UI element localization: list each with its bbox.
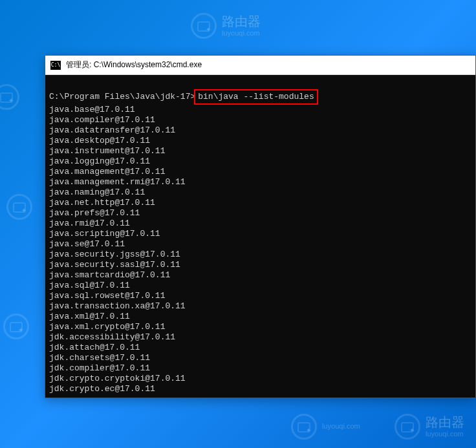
watermark: 路由器 luyouqi.com (191, 13, 261, 39)
output-line: java.scripting@17.0.11 (49, 229, 471, 239)
title-bar[interactable]: C:\ 管理员: C:\Windows\system32\cmd.exe (45, 56, 475, 75)
output-line: java.management.rmi@17.0.11 (49, 177, 471, 187)
watermark-text-cn: 路由器 (426, 414, 464, 430)
cmd-icon: C:\ (50, 61, 61, 70)
output-line: java.management@17.0.11 (49, 167, 471, 177)
output-line: java.xml.crypto@17.0.11 (49, 322, 471, 332)
watermark-text-en: luyouqi.com (322, 422, 360, 431)
terminal-output: java.base@17.0.11java.compiler@17.0.11ja… (49, 105, 471, 394)
output-line: java.net.http@17.0.11 (49, 198, 471, 208)
output-line: java.logging@17.0.11 (49, 156, 471, 167)
output-line: jdk.crypto.cryptoki@17.0.11 (49, 374, 471, 384)
output-line: java.sql@17.0.11 (49, 281, 471, 291)
output-line: jdk.compiler@17.0.11 (49, 363, 471, 374)
output-line: jdk.attach@17.0.11 (49, 343, 471, 353)
command-prompt-line: C:\Program Files\Java\jdk-17>bin\java --… (49, 89, 471, 105)
watermark (3, 314, 29, 339)
output-line: jdk.charsets@17.0.11 (49, 353, 471, 363)
output-line: java.transaction.xa@17.0.11 (49, 301, 471, 312)
router-icon (0, 84, 19, 110)
router-icon (395, 414, 420, 440)
watermark: 路由器 luyouqi.com (395, 414, 464, 440)
window-title: 管理员: C:\Windows\system32\cmd.exe (66, 59, 202, 70)
output-line: java.security.jgss@17.0.11 (49, 250, 471, 260)
output-line: java.desktop@17.0.11 (49, 136, 471, 146)
router-icon (6, 194, 32, 220)
output-line: java.security.sasl@17.0.11 (49, 260, 471, 270)
output-line: java.smartcardio@17.0.11 (49, 270, 471, 281)
output-line: java.naming@17.0.11 (49, 187, 471, 198)
output-line: java.se@17.0.11 (49, 239, 471, 250)
router-icon (291, 414, 317, 440)
command-text: bin\java --list-modules (198, 92, 314, 101)
output-line: java.rmi@17.0.11 (49, 219, 471, 229)
output-line: jdk.crypto.ec@17.0.11 (49, 384, 471, 394)
cmd-window[interactable]: C:\ 管理员: C:\Windows\system32\cmd.exe C:\… (45, 55, 476, 398)
watermark-text-en: luyouqi.com (222, 29, 261, 37)
watermark (0, 84, 19, 110)
watermark (6, 194, 32, 220)
output-line: java.sql.rowset@17.0.11 (49, 291, 471, 301)
watermark: luyouqi.com (291, 414, 360, 440)
output-line: java.prefs@17.0.11 (49, 208, 471, 219)
watermark-text-en: luyouqi.com (426, 430, 464, 438)
output-line: java.datatransfer@17.0.11 (49, 125, 471, 136)
command-highlight: bin\java --list-modules (194, 89, 318, 105)
output-line: jdk.accessibility@17.0.11 (49, 332, 471, 343)
output-line: java.instrument@17.0.11 (49, 146, 471, 156)
router-icon (3, 314, 29, 339)
output-line: java.base@17.0.11 (49, 105, 471, 115)
terminal-content[interactable]: C:\Program Files\Java\jdk-17>bin\java --… (45, 75, 475, 398)
watermark-text-cn: 路由器 (222, 14, 261, 29)
output-line: java.compiler@17.0.11 (49, 115, 471, 125)
output-line: java.xml@17.0.11 (49, 312, 471, 322)
prompt-path: C:\Program Files\Java\jdk-17> (49, 92, 195, 101)
router-icon (191, 13, 217, 39)
